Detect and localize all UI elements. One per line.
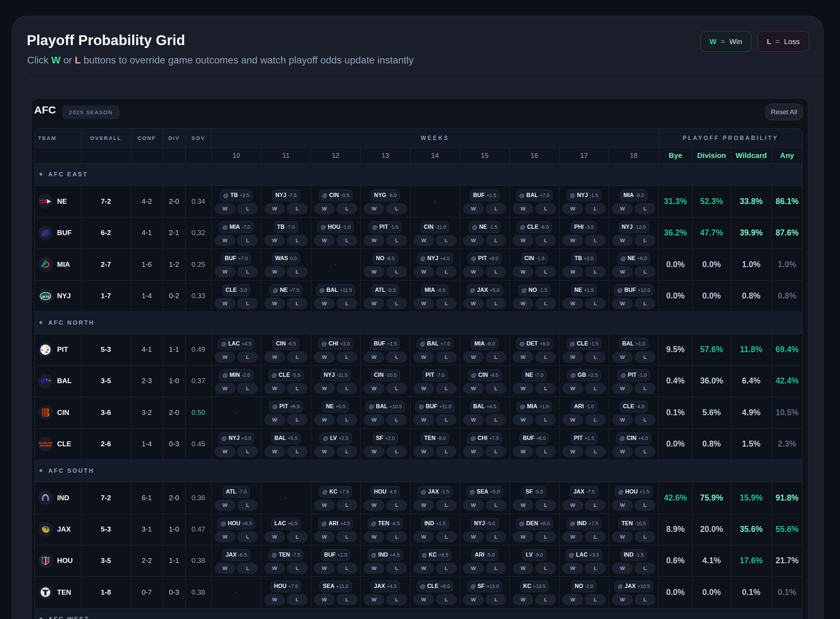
svg-text:JETS: JETS (41, 295, 50, 298)
svg-text:St: St (41, 348, 43, 351)
svg-text:BROWNS: BROWNS (40, 444, 51, 447)
